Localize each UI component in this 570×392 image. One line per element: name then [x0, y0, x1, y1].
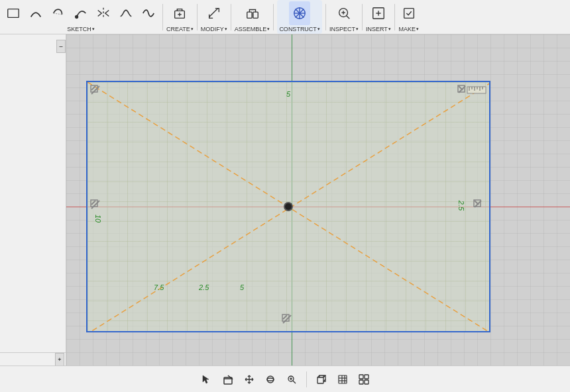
separator-1: [162, 4, 163, 30]
tool-group-inspect: INSPECT ▾: [329, 1, 359, 32]
main-toolbar: SKETCH ▾ CREATE ▾: [0, 0, 570, 34]
svg-line-29: [91, 201, 95, 205]
inspect-dropdown-arrow: ▾: [356, 26, 359, 32]
construct-group-label[interactable]: CONSTRUCT ▾: [279, 26, 320, 32]
sketch-spline2-tool[interactable]: [138, 1, 159, 25]
assemble-group-label[interactable]: ASSEMBLE ▾: [235, 26, 270, 32]
inspect-group-label[interactable]: INSPECT ▾: [329, 26, 359, 32]
separator-2: [197, 4, 198, 30]
pan-button[interactable]: [240, 370, 258, 389]
dim-label-2-5: 2.5: [199, 283, 209, 291]
construct-tool[interactable]: [289, 1, 310, 25]
svg-rect-46: [317, 377, 323, 383]
svg-point-40: [267, 376, 274, 383]
tool-group-make: MAKE ▾: [398, 1, 420, 32]
separator-4: [273, 4, 274, 30]
view-cube-button[interactable]: [312, 370, 331, 389]
dim-label-5: 5: [240, 283, 244, 291]
left-panel-expand[interactable]: +: [55, 353, 64, 366]
dim-label-7-5: 7.5: [154, 283, 164, 291]
tool-group-create: CREATE ▾: [166, 1, 194, 32]
svg-point-41: [267, 378, 274, 381]
svg-rect-52: [359, 375, 363, 379]
make-dropdown-arrow: ▾: [416, 26, 419, 32]
separator-6: [362, 4, 363, 30]
tool-group-modify: MODIFY ▾: [201, 1, 227, 32]
constraint-left-mid: [90, 199, 103, 214]
create-group-label[interactable]: CREATE ▾: [166, 26, 194, 32]
svg-rect-22: [467, 87, 486, 93]
separator-7: [394, 4, 395, 30]
create-dropdown-arrow: ▾: [191, 26, 194, 32]
insert-group-label[interactable]: INSERT ▾: [366, 26, 391, 32]
sketch-arc1-tool[interactable]: [25, 1, 46, 25]
svg-rect-55: [365, 380, 369, 384]
modify-tool[interactable]: [203, 1, 225, 25]
dim-label-top: 5: [286, 90, 290, 98]
make-group-label[interactable]: MAKE ▾: [398, 26, 419, 32]
dim-label-right: 2.5: [457, 201, 465, 211]
view-options-button[interactable]: [355, 370, 373, 389]
tool-group-construct: CONSTRUCT ▾: [277, 0, 322, 34]
sketch-arc3-tool[interactable]: [70, 1, 91, 25]
svg-line-17: [91, 86, 99, 94]
constraint-top-left: [90, 85, 103, 99]
modify-group-label[interactable]: MODIFY ▾: [201, 26, 227, 32]
create-tool[interactable]: [169, 1, 190, 25]
assemble-dropdown-arrow: ▾: [267, 26, 270, 32]
bottom-toolbar: [0, 366, 570, 392]
center-point: [284, 202, 293, 211]
insert-dropdown-arrow: ▾: [388, 26, 391, 32]
canvas-area[interactable]: 5 2.5 5 2.5 7.5 10: [66, 34, 570, 379]
sketch-group-label[interactable]: SKETCH ▾: [67, 26, 95, 32]
svg-rect-13: [404, 9, 414, 19]
svg-marker-38: [203, 375, 209, 383]
orbit-button[interactable]: [261, 370, 280, 389]
svg-rect-47: [339, 375, 347, 383]
make-tool[interactable]: [398, 1, 420, 25]
sketch-mirror-tool[interactable]: [93, 1, 114, 25]
svg-line-43: [293, 381, 296, 383]
svg-line-30: [91, 201, 99, 209]
svg-rect-7: [253, 12, 258, 18]
sketch-rectangle: 5 2.5 5 2.5 7.5 10: [86, 81, 490, 332]
sketch-rect-tool[interactable]: [3, 1, 24, 25]
dim-label-10: 10: [94, 215, 102, 222]
zoom-button[interactable]: [282, 370, 301, 389]
constraint-bottom-mid: [282, 314, 295, 328]
tool-group-assemble: ASSEMBLE ▾: [235, 1, 270, 32]
sketch-spline1-tool[interactable]: [115, 1, 137, 25]
svg-line-36: [283, 315, 291, 323]
svg-line-35: [283, 315, 287, 319]
sketch-dropdown-arrow: ▾: [92, 26, 95, 32]
left-panel-collapse-top[interactable]: –: [56, 40, 66, 53]
home-button[interactable]: [219, 370, 237, 389]
svg-line-16: [91, 86, 95, 90]
svg-point-1: [76, 16, 78, 19]
assemble-tool[interactable]: [242, 1, 263, 25]
svg-rect-54: [359, 380, 363, 384]
separator-5: [325, 4, 326, 30]
modify-dropdown-arrow: ▾: [225, 26, 227, 32]
sketch-arc2-tool[interactable]: [48, 1, 69, 25]
grid-button[interactable]: [333, 370, 352, 389]
tool-group-insert: INSERT ▾: [366, 1, 391, 32]
tool-group-sketch: SKETCH ▾: [3, 1, 159, 32]
ruler-icon-top: [467, 85, 486, 97]
svg-rect-6: [247, 12, 251, 18]
inspect-tool[interactable]: [333, 1, 355, 25]
construct-dropdown-arrow: ▾: [317, 26, 320, 32]
left-panel-bottom: +: [0, 352, 66, 366]
left-panel: –: [0, 34, 66, 392]
insert-tool[interactable]: [368, 1, 389, 25]
separator-3: [231, 4, 231, 30]
constraint-right-mid: [473, 199, 486, 214]
svg-rect-0: [8, 9, 19, 18]
bottom-separator: [306, 371, 307, 387]
cursor-button[interactable]: [198, 370, 216, 389]
svg-rect-53: [365, 375, 369, 379]
